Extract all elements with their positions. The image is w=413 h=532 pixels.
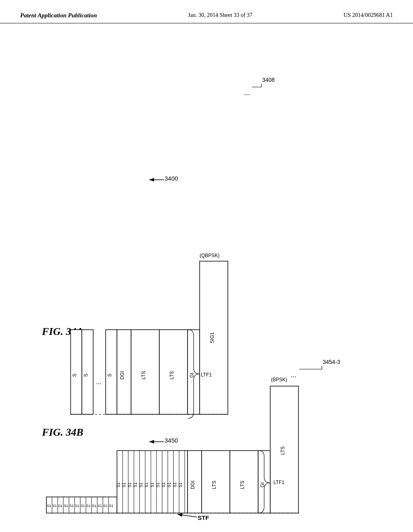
s1-main-1: S1 [116,482,121,487]
brace-3454-3 [299,366,322,369]
label-bpsk: (BPSK) [271,377,287,382]
s1-label-b3: S1 [58,504,63,508]
s1-main-6: S1 [144,482,149,487]
block-s1-34a [71,330,82,414]
dots-34b-top: ... [290,371,296,379]
s1-main-8: S1 [156,482,160,487]
label-sig1-34a: SIG1 [209,332,215,343]
s1-main-7: S1 [150,482,154,487]
s1-label-b6: S1 [75,504,79,508]
label-lts2-34b: LTS [240,480,245,489]
s1-label-b10: S1 [98,504,102,508]
label-ltf1-34b: LTF1 [273,480,284,485]
label-3400: 3400 [165,175,178,182]
s1-main-3: S1 [127,482,132,487]
label-lts2-34a: LTS [169,371,175,379]
s1-label-b4: S1 [64,504,68,508]
s1-label-b12: S1 [109,504,113,508]
label-lts-sig-34b: LTS [280,446,286,455]
s1-main-4: S1 [133,482,138,487]
label-s1-34a: S [72,374,77,377]
s1-label-b2: S1 [52,504,57,508]
header-left: Patent Application Publication [20,12,97,19]
s1-main-2: S1 [122,482,126,487]
s1-main-11: S1 [173,482,177,487]
s1-label-b5: S1 [69,504,74,508]
label-ltf1-34a: LTF1 [201,372,212,378]
header-center: Jan. 30, 2014 Sheet 33 of 37 [188,12,252,19]
block-s2-34a [82,330,93,414]
label-s2-34a: S [83,374,89,377]
block-s3-34a [106,330,117,414]
label-lts1-34a: LTS [141,371,146,379]
dots-34a: ... [244,89,250,97]
s1-label-b1: S1 [47,504,51,508]
header-right: US 2014/0029681 A1 [344,12,393,19]
label-dgi-34b: DGI [190,480,196,489]
page-header: Patent Application Publication Jan. 30, … [0,0,413,23]
stf-label: STF [198,514,209,521]
s1-label-b7: S1 [81,504,85,508]
s1-main-9: S1 [161,482,166,487]
label-3454-3: 3454-3 [323,359,340,365]
s1-main-12: S1 [178,482,183,487]
diagram-area: FIG. 34A FIG. 34B 3400 3408 ... S S ... … [0,23,413,515]
brace-3408 [252,84,261,87]
s1-label-b11: S1 [103,504,108,508]
dots2-34a: ... [96,378,101,385]
label-qbpsk: (QBPSK) [200,253,219,258]
s1-label-b8: S1 [86,504,91,508]
label-3450: 3450 [165,437,178,444]
stf-main-block [117,451,188,513]
s1-main-5: S1 [139,482,143,487]
label-3408: 3408 [262,77,275,83]
s1-main-10: S1 [167,482,171,487]
arrow-stf [177,514,197,517]
diagram-svg: 3400 3408 ... S S ... S DGI LTS LTS [0,23,413,515]
label-dgi-34a: DGI [119,371,125,379]
label-s3-34a: S [107,374,113,377]
label-lts1-34b: LTS [211,480,217,489]
s1-label-b9: S1 [92,504,96,508]
